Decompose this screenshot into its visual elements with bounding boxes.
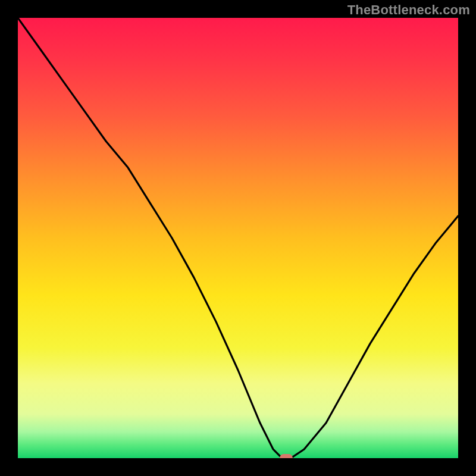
watermark-text: TheBottleneck.com (347, 2, 470, 18)
bottleneck-curve (18, 18, 458, 458)
plot-area (18, 18, 458, 458)
optimal-point-marker (280, 454, 293, 458)
chart-frame: TheBottleneck.com (0, 0, 476, 476)
